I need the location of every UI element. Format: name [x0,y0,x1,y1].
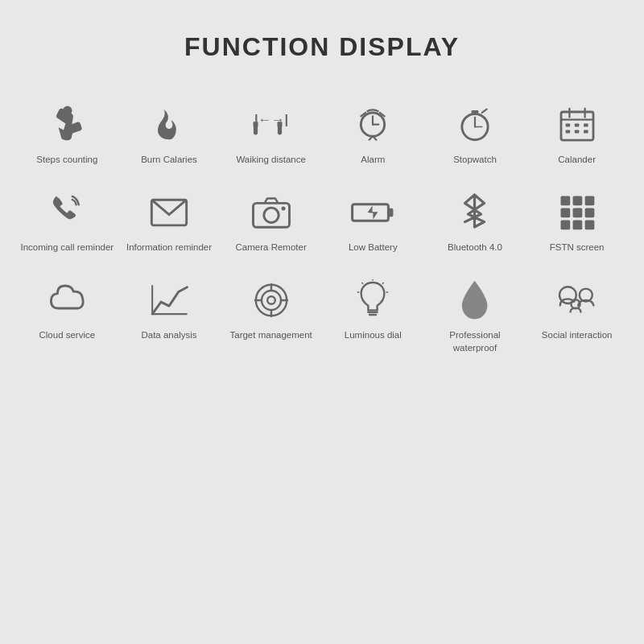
function-item-bluetooth: Bluetooth 4.0 [424,182,526,262]
function-label-walking-distance: Waiking distance [236,153,306,166]
svg-point-46 [267,296,275,304]
function-label-low-battery: Low Battery [349,241,398,254]
function-label-incoming-call: Incoming call reminder [20,241,114,254]
function-label-alarm: Alarm [361,153,385,166]
svg-rect-36 [560,208,570,217]
function-item-professional-waterproof: Professional waterproof [424,270,526,362]
svg-rect-24 [565,130,570,133]
svg-rect-38 [584,208,594,217]
svg-rect-40 [572,220,582,229]
page-title: FUNCTION DISPLAY [184,32,460,62]
function-item-information-reminder: Information reminder [118,182,221,262]
function-label-data-analysis: Data analysis [141,328,196,341]
svg-point-30 [281,206,285,210]
steps-icon [43,102,91,147]
drop-icon [451,278,499,322]
grid-icon [553,190,601,234]
svg-rect-25 [574,130,579,133]
walking-icon: |←→| [247,102,295,147]
svg-rect-35 [584,196,594,205]
svg-rect-41 [584,220,594,229]
function-item-luminous-dial: Luminous dial [322,270,424,362]
function-label-bluetooth: Bluetooth 4.0 [448,241,502,254]
svg-rect-37 [572,208,582,217]
svg-line-54 [362,283,364,284]
function-label-luminous-dial: Luminous dial [345,328,402,341]
function-item-calendar: Calander [526,94,628,174]
svg-point-45 [262,291,281,310]
social-icon [553,278,601,322]
function-item-incoming-call: Incoming call reminder [16,182,118,262]
svg-rect-21 [565,123,570,126]
svg-line-55 [382,283,384,284]
svg-rect-34 [572,196,582,205]
function-grid: Steps countingBurn Calaries |←→|Waiking … [16,94,628,362]
battery-icon [349,190,397,234]
fire-icon [145,102,193,147]
svg-rect-33 [560,196,570,205]
function-item-camera-remoter: Camera Remoter [220,182,322,262]
calendar-icon [553,102,601,147]
camera-icon [247,190,295,234]
function-label-burn-calories: Burn Calaries [141,153,197,166]
function-item-burn-calories: Burn Calaries [118,94,221,174]
svg-rect-22 [574,123,579,126]
chart-icon [145,278,193,322]
phone-icon [43,190,91,234]
function-item-steps-counting: Steps counting [16,94,118,174]
function-item-stopwatch: Stopwatch [424,94,526,174]
page-container: FUNCTION DISPLAY Steps countingBurn Cala… [0,0,644,644]
function-label-fstn-screen: FSTN screen [550,241,605,254]
svg-rect-39 [560,220,570,229]
svg-rect-32 [389,208,394,216]
function-item-social-interaction: Social interaction [526,270,628,362]
function-label-stopwatch: Stopwatch [453,153,497,166]
function-label-social-interaction: Social interaction [542,328,613,341]
function-label-cloud-service: Cloud service [39,328,95,341]
function-label-calendar: Calander [558,153,596,166]
function-item-walking-distance: |←→|Waiking distance [220,94,322,174]
function-item-low-battery: Low Battery [322,182,424,262]
function-label-steps-counting: Steps counting [36,153,97,166]
function-label-target-management: Target management [230,328,312,341]
function-item-data-analysis: Data analysis [118,270,221,362]
function-label-professional-waterproof: Professional waterproof [428,328,522,354]
stopwatch-icon [451,102,499,147]
svg-rect-26 [584,130,588,133]
svg-rect-13 [472,110,479,114]
function-label-information-reminder: Information reminder [126,241,212,254]
svg-text:|←→|: |←→| [254,112,288,126]
function-item-alarm: Alarm [322,94,424,174]
target-icon [247,278,295,322]
function-item-cloud-service: Cloud service [16,270,118,362]
svg-line-16 [482,109,487,112]
cloud-icon [43,278,91,322]
alarm-icon [349,102,397,147]
bluetooth-icon [451,190,499,234]
function-item-fstn-screen: FSTN screen [526,182,628,262]
bulb-icon [349,278,397,322]
svg-point-29 [263,208,278,222]
function-item-target-management: Target management [220,270,322,362]
envelope-icon [145,190,193,234]
function-label-camera-remoter: Camera Remoter [236,241,307,254]
svg-rect-23 [584,123,588,126]
